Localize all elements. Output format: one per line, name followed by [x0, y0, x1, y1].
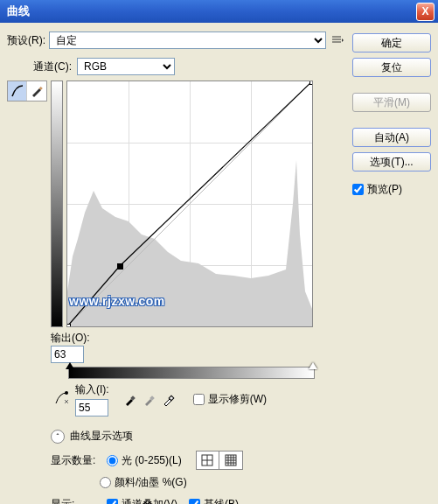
titlebar: 曲线 X — [0, 0, 438, 23]
watermark-text: www.rjzxw.com — [69, 294, 165, 308]
display-options-label: 曲线显示选项 — [70, 429, 133, 444]
eyedropper-group — [123, 393, 176, 407]
svg-marker-3 — [342, 38, 344, 42]
input-label: 输入(I): — [75, 382, 109, 397]
input-tool-icon[interactable] — [52, 388, 72, 410]
channel-overlay-checkbox[interactable] — [107, 499, 118, 504]
preview-label: 预览(P) — [367, 182, 402, 197]
channel-overlay-label: 通道叠加(V) — [122, 497, 177, 504]
left-column: 预设(R): 自定 通道(C): RGB — [7, 32, 345, 497]
options-button[interactable]: 选项(T)... — [352, 152, 431, 172]
curve-point-start[interactable] — [66, 324, 71, 327]
ok-button[interactable]: 确定 — [352, 33, 431, 52]
display-options-toggle[interactable]: ˆ 曲线显示选项 — [51, 429, 315, 444]
output-input[interactable] — [51, 346, 84, 363]
svg-point-6 — [65, 391, 68, 395]
preset-row: 预设(R): 自定 — [7, 32, 345, 49]
channel-label: 通道(C): — [33, 60, 72, 74]
point-curve-tool[interactable] — [8, 81, 27, 101]
baseline-label: 基线(B) — [204, 497, 239, 504]
baseline-checkbox[interactable] — [189, 499, 200, 504]
display-count-row2: 颜料/油墨 %(G) — [51, 475, 315, 490]
display-count-row: 显示数量: 光 (0-255)(L) — [51, 451, 315, 470]
channel-select[interactable]: RGB — [77, 58, 175, 75]
right-column: 确定 复位 平滑(M) 自动(A) 选项(T)... 预览(P) — [352, 32, 431, 497]
curve-graph[interactable]: www.rjzxw.com — [66, 80, 313, 327]
curve-area: www.rjzxw.com 输出(O): — [7, 80, 345, 504]
curve-line — [67, 81, 312, 326]
display-count-label: 显示数量: — [51, 453, 100, 468]
svg-line-5 — [67, 81, 312, 326]
white-eyedropper-icon[interactable] — [162, 393, 176, 407]
output-label: 输出(O): — [51, 331, 90, 346]
curve-main: www.rjzxw.com 输出(O): — [51, 80, 315, 504]
curve-tool-buttons — [7, 80, 47, 102]
white-point-slider[interactable] — [309, 362, 317, 369]
light-radio-label: 光 (0-255)(L) — [122, 453, 182, 468]
pencil-curve-tool[interactable] — [27, 81, 46, 101]
window-title: 曲线 — [3, 4, 416, 19]
channel-row: 通道(C): RGB — [7, 58, 345, 75]
preset-menu-icon[interactable] — [330, 32, 345, 48]
input-input[interactable] — [75, 399, 108, 416]
preset-label: 预设(R): — [7, 33, 45, 48]
dialog-body: 预设(R): 自定 通道(C): RGB — [0, 23, 438, 504]
collapse-icon: ˆ — [51, 430, 65, 444]
close-button[interactable]: X — [416, 3, 435, 21]
reset-button[interactable]: 复位 — [352, 58, 431, 77]
curve-point-selected[interactable] — [117, 263, 123, 270]
curve-point-end[interactable] — [309, 80, 313, 85]
preview-checkbox[interactable] — [352, 184, 364, 195]
grid-coarse-button[interactable] — [197, 452, 219, 469]
show-clip-label: 显示修剪(W) — [208, 392, 267, 407]
grid-fine-button[interactable] — [219, 452, 242, 469]
pigment-radio-label: 颜料/油墨 %(G) — [115, 475, 187, 490]
light-radio[interactable] — [107, 455, 118, 466]
smooth-button[interactable]: 平滑(M) — [352, 93, 431, 112]
input-row: 输入(I): 显示修剪(W) — [51, 382, 315, 416]
black-eyedropper-icon[interactable] — [123, 393, 137, 407]
horizontal-gradient-row — [51, 367, 315, 379]
show-clip-checkbox[interactable] — [193, 394, 205, 405]
grid-size-buttons — [196, 451, 243, 470]
auto-button[interactable]: 自动(A) — [352, 128, 431, 147]
vertical-gradient-bar — [51, 80, 63, 327]
black-point-slider[interactable] — [66, 362, 74, 369]
show-row1: 显示: 通道叠加(V) 基线(B) — [51, 497, 315, 504]
gray-eyedropper-icon[interactable] — [143, 393, 156, 407]
preset-select[interactable]: 自定 — [49, 32, 326, 49]
close-icon: X — [421, 5, 428, 18]
show-label: 显示: — [51, 497, 100, 504]
horizontal-gradient-bar[interactable] — [68, 367, 315, 379]
curve-tool-column — [7, 80, 47, 504]
pigment-radio[interactable] — [100, 477, 111, 488]
